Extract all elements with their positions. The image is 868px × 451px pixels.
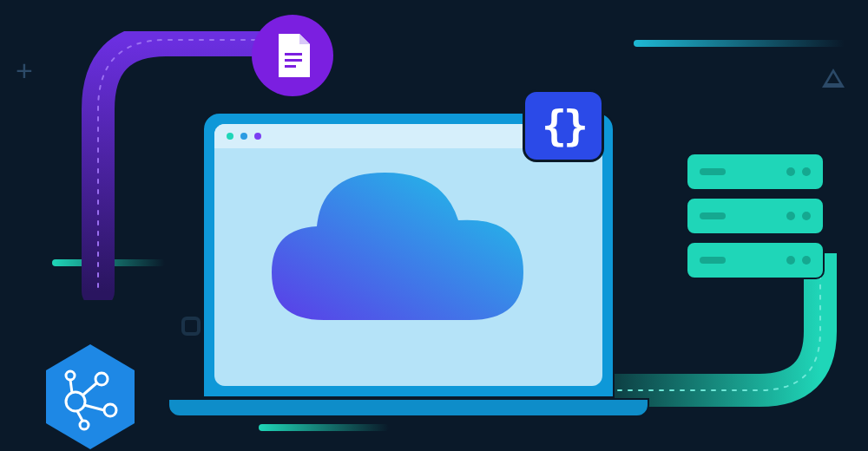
server-row xyxy=(686,153,825,191)
svg-line-11 xyxy=(70,380,72,393)
braces-glyph: {} xyxy=(542,101,585,150)
svg-rect-2 xyxy=(285,65,296,68)
window-dot-icon xyxy=(227,133,233,140)
window-dot-icon xyxy=(254,133,261,140)
teal-connector-icon xyxy=(608,253,851,444)
plus-icon: + xyxy=(16,54,33,88)
cloud-icon xyxy=(263,155,532,337)
browser-window xyxy=(214,124,602,386)
network-hex-icon xyxy=(43,343,138,451)
svg-marker-3 xyxy=(46,344,135,449)
document-badge-icon xyxy=(252,15,333,96)
decorative-line-icon xyxy=(634,40,868,47)
window-dot-icon xyxy=(240,133,247,140)
triangle-icon xyxy=(822,69,845,88)
square-icon xyxy=(181,317,201,336)
svg-rect-0 xyxy=(285,53,302,56)
decorative-line-icon xyxy=(259,424,389,431)
laptop-base xyxy=(168,398,649,417)
code-braces-icon: {} xyxy=(523,89,604,162)
cloud-illustration: + {} xyxy=(0,0,868,451)
server-row xyxy=(686,197,825,235)
server-stack-icon xyxy=(686,153,825,279)
svg-rect-1 xyxy=(285,59,302,62)
server-row xyxy=(686,241,825,279)
document-icon xyxy=(275,34,310,77)
